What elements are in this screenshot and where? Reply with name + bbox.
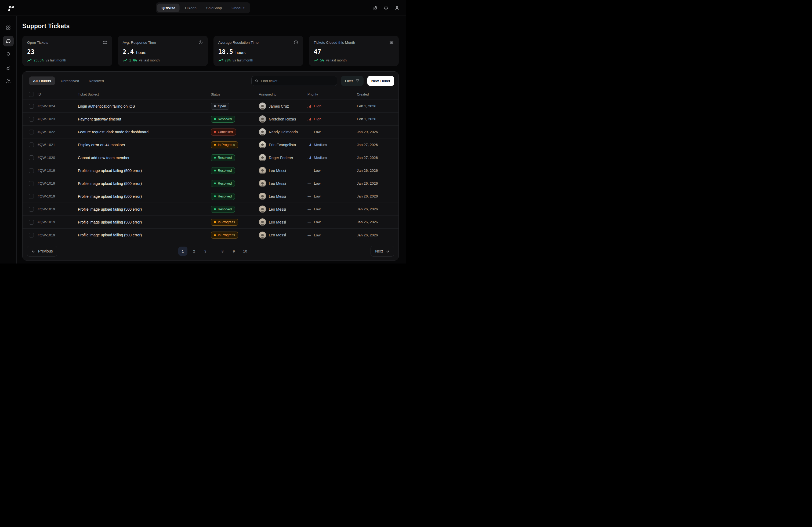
filter-button[interactable]: Filter <box>341 76 364 86</box>
workspace-tab-salesnap[interactable]: SaleSnap <box>202 4 226 12</box>
priority-label: Low <box>314 194 321 198</box>
avatar <box>259 231 266 239</box>
row-checkbox[interactable] <box>29 207 34 212</box>
ticket-priority: Medium <box>307 156 357 160</box>
row-checkbox[interactable] <box>29 142 34 147</box>
status-badge: Resolved <box>218 182 232 185</box>
filter-tab-unresolved[interactable]: Unresolved <box>57 76 83 85</box>
table-row[interactable]: #QW-1022 Feature request: dark mode for … <box>23 125 398 138</box>
notifications-bell-icon[interactable] <box>383 5 389 11</box>
search-input[interactable] <box>261 79 334 83</box>
sidebar-item-users[interactable] <box>3 76 14 87</box>
row-checkbox[interactable] <box>29 117 34 122</box>
assignee-name: Leo Messi <box>269 233 286 237</box>
avatar <box>259 154 266 161</box>
table-row[interactable]: #QW-1019 Profile image upload failing (5… <box>23 216 398 229</box>
ticket-assignee: Leo Messi <box>259 231 307 239</box>
page-number-2[interactable]: 2 <box>190 246 199 256</box>
row-checkbox[interactable] <box>29 130 34 134</box>
workspace-tab-ondafit[interactable]: OndaFit <box>227 4 249 12</box>
page-number-10[interactable]: 10 <box>241 246 250 256</box>
trending-up-icon <box>27 59 32 62</box>
row-checkbox[interactable] <box>29 232 34 238</box>
table-row[interactable]: #QW-1019 Profile image upload failing (5… <box>23 164 398 177</box>
row-checkbox[interactable] <box>29 104 34 109</box>
filter-tab-all-tickets[interactable]: All Tickets <box>29 76 55 85</box>
ticket-icon <box>103 40 107 45</box>
ticket-id: #QW-1024 <box>38 104 78 108</box>
page-number-1[interactable]: 1 <box>178 246 187 256</box>
sidebar-nav <box>0 16 17 264</box>
stat-card: Avg. Response Time 2.4 hours 1.8% vs las… <box>118 36 208 66</box>
next-page-label: Next <box>375 249 383 253</box>
avatar <box>259 180 266 187</box>
column-header-subject: Ticket Subject <box>78 93 211 96</box>
ticket-priority: — Low <box>307 220 357 224</box>
ticket-subject: Feature request: dark mode for dashboard <box>78 130 211 134</box>
workspace-tab-qrwise[interactable]: QRWise <box>157 4 180 12</box>
topbar: P QRWiseHRZenSaleSnapOndaFit <box>0 0 406 16</box>
avatar <box>259 128 266 136</box>
ticket-status: Resolved <box>211 167 259 174</box>
new-ticket-button[interactable]: New Ticket <box>367 76 394 86</box>
stat-value: 2.4 <box>123 48 134 55</box>
select-all-checkbox[interactable] <box>29 92 34 97</box>
sidebar-item-lightbulb[interactable] <box>3 49 14 60</box>
ticket-created: Feb 1, 2026 <box>357 117 392 121</box>
workspace-tab-hrzen[interactable]: HRZen <box>181 4 201 12</box>
assignee-name: James Cruz <box>269 104 289 108</box>
ticket-priority: — Low <box>307 194 357 198</box>
table-row[interactable]: #QW-1019 Profile image upload failing (5… <box>23 177 398 190</box>
status-dot-icon <box>214 234 216 236</box>
ticket-status: Resolved <box>211 193 259 200</box>
ticket-created: Jan 26, 2026 <box>357 220 392 224</box>
ticket-priority: High <box>307 104 357 108</box>
row-checkbox[interactable] <box>29 168 34 173</box>
brand-logo-icon[interactable]: P <box>6 4 14 12</box>
table-row[interactable]: #QW-1020 Cannot add new team member Reso… <box>23 151 398 164</box>
sidebar-item-dashboard[interactable] <box>3 22 14 33</box>
stat-trend: 28% <box>225 58 231 62</box>
priority-dash-icon: — <box>307 130 311 134</box>
sidebar-item-chat[interactable] <box>3 36 14 46</box>
status-badge: In Progress <box>218 143 235 147</box>
ticket-status: In Progress <box>211 231 259 239</box>
page-number-3[interactable]: 3 <box>201 246 210 256</box>
row-checkbox[interactable] <box>29 155 34 160</box>
filter-tab-resolved[interactable]: Resolved <box>85 76 108 85</box>
table-row[interactable]: #QW-1019 Profile image upload failing (5… <box>23 203 398 216</box>
stat-trend-note: vs last month <box>233 58 253 62</box>
stat-value: 23 <box>27 48 35 55</box>
table-row[interactable]: #QW-1019 Profile image upload failing (5… <box>23 190 398 203</box>
apps-grid-icon[interactable] <box>373 5 378 11</box>
tickets-panel: All TicketsUnresolvedResolved Filter <box>22 71 399 260</box>
row-checkbox[interactable] <box>29 194 34 199</box>
row-checkbox[interactable] <box>29 181 34 186</box>
priority-dash-icon: — <box>307 233 311 237</box>
avatar <box>259 141 266 148</box>
page-number-8[interactable]: 8 <box>218 246 227 256</box>
ticket-search[interactable] <box>251 76 337 86</box>
app-root: P QRWiseHRZenSaleSnapOndaFit Support Tic… <box>0 0 406 264</box>
topbar-actions <box>373 5 400 11</box>
next-page-button[interactable]: Next <box>371 246 394 257</box>
tickets-table: ID Ticket Subject Status Assigned to Pri… <box>23 89 398 241</box>
status-dot-icon <box>214 105 216 107</box>
row-checkbox[interactable] <box>29 220 34 225</box>
table-row[interactable]: #QW-1024 Login authentication failing on… <box>23 100 398 113</box>
table-row[interactable]: #QW-1021 Display error on 4k monitors In… <box>23 138 398 151</box>
table-row[interactable]: #QW-1019 Profile image upload failing (5… <box>23 229 398 241</box>
stat-card: Open Tickets 23 23.5% vs last month <box>22 36 112 66</box>
table-row[interactable]: #QW-1023 Payment gateway timeout Resolve… <box>23 113 398 125</box>
table-header: ID Ticket Subject Status Assigned to Pri… <box>23 89 398 100</box>
clock-icon <box>198 40 203 45</box>
status-badge: Resolved <box>218 117 232 121</box>
filter-button-label: Filter <box>345 79 353 83</box>
ticket-id: #QW-1020 <box>38 156 78 160</box>
sidebar-item-analytics[interactable] <box>3 62 14 73</box>
page-number-9[interactable]: 9 <box>229 246 238 256</box>
status-badge: In Progress <box>218 220 235 224</box>
previous-page-button[interactable]: Previous <box>27 246 57 257</box>
user-account-icon[interactable] <box>394 5 400 11</box>
ticket-priority: — Low <box>307 168 357 172</box>
